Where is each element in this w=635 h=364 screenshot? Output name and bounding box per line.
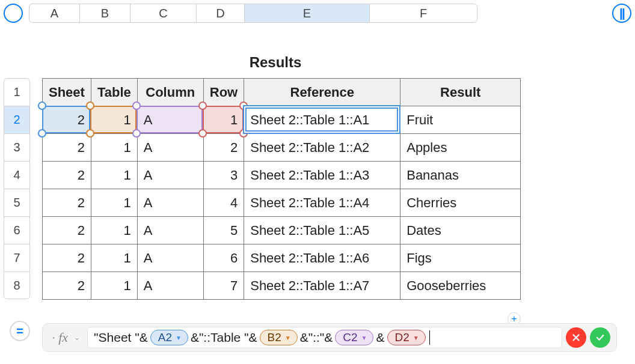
selection-handle[interactable] (239, 102, 248, 110)
cell-column[interactable]: A (137, 217, 203, 244)
cell-sheet[interactable]: 2 (43, 162, 91, 189)
cell-sheet[interactable]: 2 (43, 244, 91, 272)
check-icon (595, 332, 606, 343)
cell-table[interactable]: 1 (91, 134, 137, 162)
column-header-E[interactable]: E (244, 4, 369, 23)
table-row[interactable]: 21A7Sheet 2::Table 1::A7Gooseberries (43, 272, 521, 300)
cell-column[interactable]: A (137, 272, 203, 300)
chevron-down-icon[interactable]: ▼ (413, 335, 419, 341)
cell-reference-pill[interactable]: D2▼ (387, 330, 426, 345)
text-caret (429, 330, 430, 345)
cell-row[interactable]: 3 (203, 162, 244, 189)
cell-row[interactable]: 5 (203, 217, 244, 244)
cell-result[interactable]: Cherries (400, 189, 521, 217)
selection-handle[interactable] (198, 102, 207, 110)
cell-table[interactable]: 1 (91, 162, 137, 189)
header-reference[interactable]: Reference (244, 79, 400, 106)
cell-result[interactable]: Apples (400, 134, 521, 162)
cell-reference-highlight (42, 106, 91, 133)
chevron-down-icon[interactable]: ▼ (285, 335, 291, 341)
cell-sheet[interactable]: 2 (43, 134, 91, 162)
row-headers: 12345678 (4, 78, 30, 299)
table-title: Results (42, 54, 509, 71)
table-row[interactable]: 21A4Sheet 2::Table 1::A4Cherries (43, 189, 521, 217)
column-header-C[interactable]: C (130, 4, 196, 23)
header-table[interactable]: Table (91, 79, 137, 106)
table-row[interactable]: 21A3Sheet 2::Table 1::A3Bananas (43, 162, 521, 189)
column-header-A[interactable]: A (29, 4, 79, 23)
header-row[interactable]: Row (203, 79, 244, 106)
cancel-button[interactable] (566, 327, 586, 348)
cell-row[interactable]: 2 (203, 134, 244, 162)
row-header-5[interactable]: 5 (4, 189, 30, 216)
cell-reference[interactable]: Sheet 2::Table 1::A1 (244, 106, 400, 134)
cell-table[interactable]: 1 (91, 244, 137, 272)
cell-reference-pill[interactable]: B2▼ (260, 330, 298, 345)
chevron-down-icon[interactable]: ▼ (361, 335, 367, 341)
header-column[interactable]: Column (137, 79, 203, 106)
cell-reference[interactable]: Sheet 2::Table 1::A2 (244, 134, 400, 162)
row-header-1[interactable]: 1 (4, 78, 30, 106)
cell-result[interactable]: Dates (400, 217, 521, 244)
formula-input[interactable]: "Sheet "&A2▼&"::Table "&B2▼&"::"&C2▼&D2▼ (87, 327, 562, 348)
cell-table[interactable]: 1 (91, 189, 137, 217)
cell-result[interactable]: Fruit (400, 106, 521, 134)
confirm-button[interactable] (590, 327, 610, 348)
cell-sheet[interactable]: 2 (43, 217, 91, 244)
row-header-6[interactable]: 6 (4, 216, 30, 244)
cell-reference-pill[interactable]: C2▼ (335, 330, 373, 345)
cell-reference[interactable]: Sheet 2::Table 1::A7 (244, 272, 400, 300)
table-row[interactable]: 21A5Sheet 2::Table 1::A5Dates (43, 217, 521, 244)
cell-sheet[interactable]: 2 (43, 272, 91, 300)
header-result[interactable]: Result (400, 79, 521, 106)
fx-dropdown-icon[interactable]: ⌄ (74, 333, 80, 342)
cell-reference[interactable]: Sheet 2::Table 1::A3 (244, 162, 400, 189)
cell-sheet[interactable]: 2 (43, 189, 91, 217)
selection-handle[interactable] (38, 129, 46, 138)
row-header-4[interactable]: 4 (4, 161, 30, 189)
chevron-down-icon[interactable]: ▼ (176, 335, 182, 341)
selection-handle[interactable] (86, 129, 94, 138)
cell-column[interactable]: A (137, 134, 203, 162)
pause-corner[interactable]: || (612, 4, 631, 23)
header-sheet[interactable]: Sheet (43, 79, 91, 106)
row-header-3[interactable]: 3 (4, 133, 30, 161)
table-row[interactable]: 21A6Sheet 2::Table 1::A6Figs (43, 244, 521, 272)
cell-reference[interactable]: Sheet 2::Table 1::A5 (244, 217, 400, 244)
selection-handle[interactable] (198, 129, 207, 138)
cell-reference-pill[interactable]: A2▼ (150, 330, 188, 345)
formula-bar: •fx ⌄ "Sheet "&A2▼&"::Table "&B2▼&"::"&C… (42, 323, 617, 352)
cell-row[interactable]: 4 (203, 189, 244, 217)
row-header-7[interactable]: 7 (4, 244, 30, 271)
cell-result[interactable]: Bananas (400, 162, 521, 189)
select-all-corner[interactable] (4, 4, 23, 23)
row-header-8[interactable]: 8 (4, 271, 30, 299)
equals-button[interactable]: = (10, 321, 30, 341)
cell-row[interactable]: 7 (203, 272, 244, 300)
cell-column[interactable]: A (137, 162, 203, 189)
formula-text: &"::Table "& (191, 330, 257, 345)
cell-table[interactable]: 1 (91, 217, 137, 244)
table-row[interactable]: 21A2Sheet 2::Table 1::A2Apples (43, 134, 521, 162)
formula-text: &"::"& (300, 330, 333, 345)
row-header-2[interactable]: 2 (4, 106, 30, 133)
cell-reference[interactable]: Sheet 2::Table 1::A6 (244, 244, 400, 272)
pill-label: D2 (395, 331, 410, 344)
cell-result[interactable]: Figs (400, 244, 521, 272)
selection-handle[interactable] (132, 129, 141, 138)
selection-handle[interactable] (86, 102, 94, 110)
column-header-F[interactable]: F (369, 4, 477, 23)
cell-reference[interactable]: Sheet 2::Table 1::A4 (244, 189, 400, 217)
fx-label[interactable]: •fx (49, 330, 70, 345)
selection-handle[interactable] (132, 102, 141, 110)
cell-column[interactable]: A (137, 244, 203, 272)
cell-column[interactable]: A (137, 189, 203, 217)
cell-result[interactable]: Gooseberries (400, 272, 521, 300)
selection-handle[interactable] (239, 129, 248, 138)
column-header-B[interactable]: B (79, 4, 130, 23)
column-header-D[interactable]: D (196, 4, 244, 23)
cell-row[interactable]: 6 (203, 244, 244, 272)
selection-handle[interactable] (38, 102, 46, 110)
cell-table[interactable]: 1 (91, 272, 137, 300)
formula-text: & (376, 330, 384, 345)
